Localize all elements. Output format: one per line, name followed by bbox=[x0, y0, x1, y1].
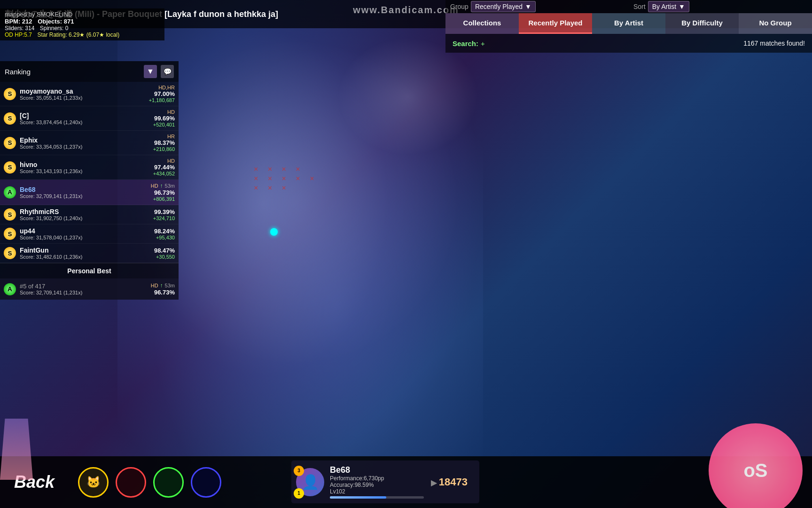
score-mods: HD bbox=[153, 158, 175, 164]
selectors-bar: Group Recently Played ▼ Sort By Artist ▼ bbox=[445, 0, 812, 13]
rank-badge-s: S bbox=[4, 112, 16, 125]
score-value: Score: 33,143,193 (1,236x) bbox=[20, 168, 153, 174]
time-ago: 53m bbox=[165, 183, 175, 189]
player-name: moyamoyano_sa bbox=[20, 87, 149, 95]
player-avatar-container: 👤 3 1 bbox=[296, 468, 324, 496]
ranking-chat-button[interactable]: 💬 bbox=[161, 65, 174, 78]
score-entry-2[interactable]: S [C] Score: 33,874,454 (1,240x) HD 99.6… bbox=[0, 106, 179, 131]
mode-button-red[interactable] bbox=[116, 467, 146, 498]
search-bar: Search: + 1167 matches found! bbox=[445, 34, 812, 53]
tab-by-artist[interactable]: By Artist bbox=[592, 13, 665, 34]
score-pp: +95,430 bbox=[154, 235, 175, 240]
player-card-name: Be68 bbox=[330, 465, 424, 475]
rank-badge-s: S bbox=[4, 161, 16, 174]
score-value: Score: 35,055,141 (1,233x) bbox=[20, 95, 149, 101]
score-pp: +210,860 bbox=[153, 146, 175, 152]
score-entry-8[interactable]: S FaintGun Score: 31,482,610 (1,236x) 98… bbox=[0, 244, 179, 263]
rating-line: OD HP:5.7 Star Rating: 6.29★ (6.07★ loca… bbox=[5, 32, 160, 38]
score-accuracy: 99.69% bbox=[153, 115, 175, 122]
ranking-dropdown-button[interactable]: ▼ bbox=[144, 65, 157, 78]
up-arrow-icon: ↑ bbox=[160, 183, 163, 189]
rank-badge-s: S bbox=[4, 88, 16, 100]
score-entry-6[interactable]: S RhythmicRS Score: 31,902,750 (1,240x) … bbox=[0, 205, 179, 224]
score-entry-1[interactable]: S moyamoyano_sa Score: 35,055,141 (1,233… bbox=[0, 82, 179, 106]
rank-badge-s: S bbox=[4, 247, 16, 259]
tab-recently-played[interactable]: Recently Played bbox=[519, 13, 592, 34]
score-right: HD,HR 97.00% +1,180,687 bbox=[149, 85, 175, 103]
personal-best-entry[interactable]: A #5 of 417 Score: 32,709,141 (1,231x) H… bbox=[0, 278, 179, 300]
song-info-panel: mapped by SMOKELIND BPM: 212 Objects: 87… bbox=[0, 8, 164, 40]
score-pp: +1,180,687 bbox=[149, 97, 175, 103]
pb-mods: HD bbox=[151, 283, 158, 288]
score-pp: +324,710 bbox=[153, 215, 175, 221]
search-matches: 1167 matches found! bbox=[743, 40, 805, 47]
sort-dropdown[interactable]: By Artist ▼ bbox=[648, 1, 689, 12]
level-fill bbox=[330, 496, 386, 499]
bpm-line: BPM: 212 Objects: 871 bbox=[5, 18, 160, 25]
player-card: 👤 3 1 Be68 Performance:6,730pp Accuracy:… bbox=[291, 460, 479, 503]
player-name: Be68 bbox=[20, 186, 151, 193]
score-value: Score: 32,709,141 (1,231x) bbox=[20, 193, 151, 199]
score-right: HD ↑ 53m 96.73% +806,391 bbox=[151, 183, 175, 202]
player-level: Lv102 bbox=[330, 488, 424, 495]
player-name: RhythmicRS bbox=[20, 208, 153, 215]
mode-buttons-group: 🐱 bbox=[69, 467, 231, 498]
group-selector-group: Group Recently Played ▼ bbox=[445, 1, 629, 12]
search-plus: + bbox=[481, 40, 485, 48]
player-name: up44 bbox=[20, 227, 154, 235]
score-details: FaintGun Score: 31,482,610 (1,236x) bbox=[20, 246, 154, 260]
personal-best-header: Personal Best bbox=[0, 263, 179, 278]
player-performance: Performance:6,730pp bbox=[330, 475, 424, 482]
pb-score: Score: 32,709,141 (1,231x) bbox=[20, 290, 151, 295]
pb-time-ago: 53m bbox=[165, 283, 175, 288]
score-right: 98.47% +30,550 bbox=[154, 247, 175, 260]
score-entry-3[interactable]: S Ephix Score: 33,354,053 (1,237x) HR 98… bbox=[0, 131, 179, 155]
score-right: HD 97.44% +434,052 bbox=[153, 158, 175, 176]
score-entry-5-highlighted[interactable]: A Be68 Score: 32,709,141 (1,231x) HD ↑ 5… bbox=[0, 180, 179, 205]
level-bar bbox=[330, 496, 424, 499]
bottom-bar: Back 🐱 👤 3 1 Be68 Performance:6,730pp Ac… bbox=[0, 456, 812, 508]
score-right: HD 99.69% +520,401 bbox=[153, 109, 175, 127]
score-value: Score: 31,578,040 (1,237x) bbox=[20, 235, 154, 240]
sort-label: Sort bbox=[633, 3, 646, 10]
player-name: [C] bbox=[20, 112, 153, 119]
mode-button-blue[interactable] bbox=[191, 467, 221, 498]
score-entry-7[interactable]: S up44 Score: 31,578,040 (1,237x) 98.24%… bbox=[0, 224, 179, 244]
tab-collections[interactable]: Collections bbox=[445, 13, 519, 34]
player-rank-badge-3: 3 bbox=[294, 466, 304, 476]
score-mods: HD bbox=[153, 109, 175, 115]
player-info: Be68 Performance:6,730pp Accuracy:98.59%… bbox=[330, 465, 424, 499]
bottom-figure bbox=[0, 419, 33, 480]
score-value: Score: 31,902,750 (1,240x) bbox=[20, 215, 153, 221]
score-accuracy: 98.47% bbox=[154, 247, 175, 254]
player-rank-badge-1: 1 bbox=[294, 488, 304, 499]
score-value: Score: 33,354,053 (1,237x) bbox=[20, 144, 153, 150]
pb-right: HD ↑ 53m 96.73% bbox=[151, 282, 175, 296]
rank-badge-s: S bbox=[4, 137, 16, 149]
score-details: Ephix Score: 33,354,053 (1,237x) bbox=[20, 136, 153, 150]
search-label: Search: bbox=[453, 40, 478, 48]
pb-up-arrow-icon: ↑ bbox=[160, 282, 163, 289]
score-entry-4[interactable]: S hivno Score: 33,143,193 (1,236x) HD 97… bbox=[0, 155, 179, 180]
player-accuracy: Accuracy:98.59% bbox=[330, 482, 424, 488]
pb-score-details: #5 of 417 Score: 32,709,141 (1,231x) bbox=[20, 283, 151, 295]
score-pp: +434,052 bbox=[153, 171, 175, 176]
rank-badge-s: S bbox=[4, 228, 16, 240]
mode-button-green[interactable] bbox=[153, 467, 184, 498]
score-details: Be68 Score: 32,709,141 (1,231x) bbox=[20, 186, 151, 199]
pb-accuracy: 96.73% bbox=[151, 289, 175, 296]
ranking-panel: Ranking ▼ 💬 S moyamoyano_sa Score: 35,05… bbox=[0, 61, 179, 300]
tab-by-difficulty[interactable]: By Difficulty bbox=[665, 13, 739, 34]
group-dropdown[interactable]: Recently Played ▼ bbox=[471, 1, 536, 12]
score-details: up44 Score: 31,578,040 (1,237x) bbox=[20, 227, 154, 240]
score-details: RhythmicRS Score: 31,902,750 (1,240x) bbox=[20, 208, 153, 221]
mode-button-cat[interactable]: 🐱 bbox=[78, 467, 109, 498]
score-accuracy: 96.73% bbox=[151, 189, 175, 196]
watermark: www.Bandicam.com bbox=[353, 5, 459, 16]
sliders-line: Sliders: 314 Spinners: 0 bbox=[5, 25, 160, 32]
tab-no-group[interactable]: No Group bbox=[739, 13, 812, 34]
score-right: HR 98.37% +210,860 bbox=[153, 134, 175, 152]
score-value: Score: 31,482,610 (1,236x) bbox=[20, 254, 154, 260]
rank-badge-s: S bbox=[4, 208, 16, 221]
score-pp: +30,550 bbox=[154, 254, 175, 260]
